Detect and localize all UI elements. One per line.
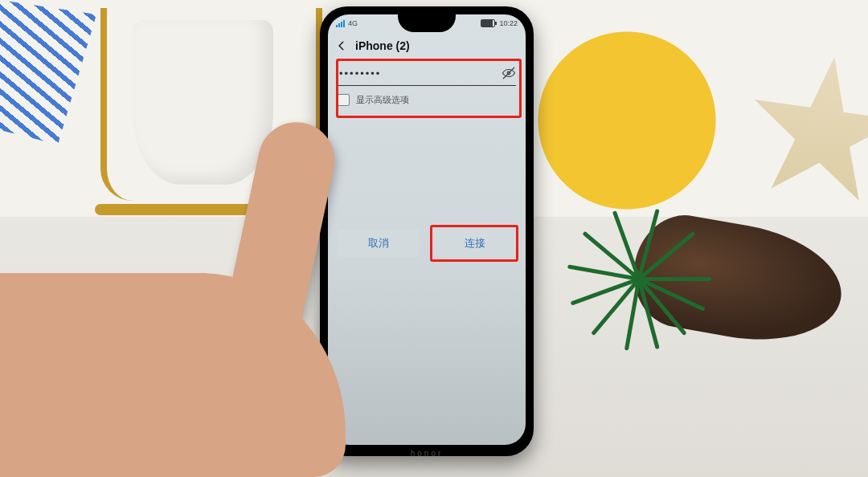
battery-icon: [481, 19, 495, 27]
page-title: iPhone (2): [355, 39, 410, 52]
photo-scene: 4G 10:22 iPhone (2): [0, 0, 868, 477]
cancel-button[interactable]: 取消: [338, 230, 420, 257]
back-icon[interactable]: [336, 40, 347, 51]
dialog-actions: 取消 连接: [338, 230, 516, 257]
phone-brand-label: honor: [320, 449, 534, 458]
clock: 10:22: [499, 19, 518, 27]
pine-branch-decor: [563, 201, 723, 361]
advanced-label: 显示高级选项: [356, 94, 409, 106]
password-input[interactable]: [338, 67, 502, 80]
star-ornament-decor: [738, 47, 868, 219]
eye-off-icon[interactable]: [502, 66, 516, 80]
blue-scribble-decor: [0, 0, 96, 145]
smartphone: 4G 10:22 iPhone (2): [320, 6, 534, 456]
signal-icon: [336, 20, 345, 27]
title-bar: iPhone (2): [328, 34, 526, 58]
advanced-checkbox[interactable]: [338, 94, 350, 106]
display-notch: [398, 14, 456, 32]
phone-screen: 4G 10:22 iPhone (2): [328, 14, 526, 445]
show-advanced-option[interactable]: 显示高级选项: [338, 94, 516, 106]
password-row: [338, 63, 516, 86]
connect-button[interactable]: 连接: [434, 230, 516, 257]
network-label: 4G: [348, 19, 358, 27]
wifi-password-form: 显示高级选项: [338, 63, 516, 106]
white-mug-decor: [133, 20, 273, 185]
